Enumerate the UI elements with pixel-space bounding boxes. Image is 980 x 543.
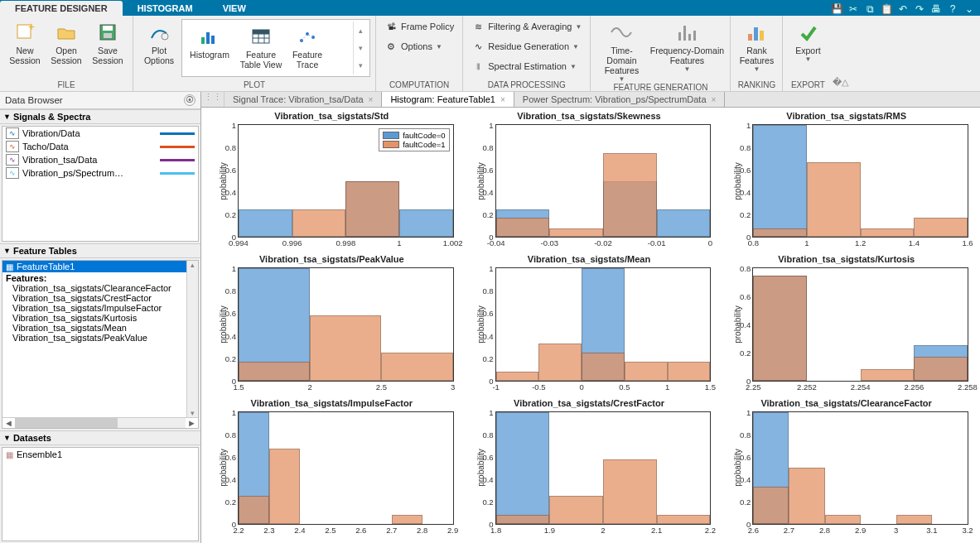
residue-icon: ∿ bbox=[471, 40, 485, 53]
cut-icon[interactable]: ✂ bbox=[846, 2, 861, 16]
undo-icon[interactable]: ↶ bbox=[896, 2, 910, 16]
redo-icon[interactable]: ↷ bbox=[912, 2, 927, 16]
close-icon[interactable]: × bbox=[712, 95, 717, 104]
signal-item[interactable]: ∿Vibration/Data bbox=[2, 127, 198, 140]
plot-area[interactable]: 00.20.40.60.812.22.32.42.52.62.72.82.9 bbox=[238, 411, 454, 525]
plot-area[interactable]: 00.20.40.60.812.62.72.82.933.13.2 bbox=[752, 411, 968, 525]
add-button-icon[interactable]: ⦿ bbox=[184, 94, 196, 106]
feature-item[interactable]: Vibration_tsa_sigstats/ClearanceFactor bbox=[6, 283, 183, 293]
save-icon bbox=[96, 21, 119, 44]
help-icon[interactable]: ? bbox=[945, 2, 960, 16]
histogram-chart-grid: Vibration_tsa_sigstats/Std probability00… bbox=[201, 108, 980, 543]
tab-view[interactable]: VIEW bbox=[208, 1, 261, 16]
doc-tab-handle[interactable]: ⋮⋮ bbox=[201, 92, 224, 107]
dataset-item[interactable]: Ensemble1 bbox=[2, 448, 198, 461]
feature-table-selected[interactable]: FeatureTable1 bbox=[2, 261, 186, 272]
histogram-chart: Vibration_tsa_sigstats/PeakValue probabi… bbox=[203, 252, 461, 396]
doc-tab-histogram[interactable]: Histogram: FeatureTable1× bbox=[382, 92, 514, 107]
feature-item[interactable]: Vibration_tsa_sigstats/Mean bbox=[6, 323, 183, 333]
options-icon: ⚙ bbox=[384, 40, 398, 53]
ribbon-group-computation: 📽 Frame Policy ⚙ Options ▼ COMPUTATION bbox=[376, 16, 463, 91]
signals-list: ∿Vibration/Data∿Tacho/Data∿Vibration_tsa… bbox=[2, 126, 199, 242]
ribbon: + New Session Open Session Save Session … bbox=[0, 16, 980, 92]
svg-rect-24 bbox=[760, 31, 764, 41]
histogram-chart: Vibration_tsa_sigstats/CrestFactor proba… bbox=[461, 396, 718, 540]
close-icon[interactable]: × bbox=[369, 95, 374, 104]
tab-feature-designer[interactable]: FEATURE DESIGNER bbox=[0, 1, 123, 16]
table-icon bbox=[249, 25, 273, 48]
trace-icon bbox=[296, 25, 319, 48]
frame-policy-button[interactable]: 📽 Frame Policy bbox=[381, 17, 457, 36]
plot-area[interactable]: 00.20.40.60.811.81.922.12.2 bbox=[495, 411, 712, 525]
svg-rect-3 bbox=[103, 26, 113, 31]
horizontal-scrollbar[interactable]: ◄► bbox=[2, 417, 198, 428]
frequency-domain-features-button[interactable]: Frequency-Domain Features▼ bbox=[649, 17, 725, 73]
histogram-button[interactable]: Histogram bbox=[184, 22, 235, 74]
save-session-button[interactable]: Save Session bbox=[88, 17, 128, 65]
feature-trace-button[interactable]: Feature Trace bbox=[287, 22, 328, 74]
histogram-chart: Vibration_tsa_sigstats/ImpulseFactor pro… bbox=[203, 396, 461, 540]
content-area: ⋮⋮ Signal Trace: Vibration_tsa/Data× His… bbox=[201, 92, 980, 543]
svg-point-5 bbox=[162, 33, 168, 40]
doc-tab-signal-trace[interactable]: Signal Trace: Vibration_tsa/Data× bbox=[224, 92, 382, 107]
plot-options-button[interactable]: Plot Options bbox=[138, 17, 180, 65]
options-button[interactable]: ⚙ Options ▼ bbox=[381, 37, 457, 55]
plot-area[interactable]: 00.20.40.60.81-1-0.500.511.5 bbox=[495, 267, 712, 381]
plot-gallery: Histogram Feature Table View Feature Tra… bbox=[181, 19, 370, 77]
plot-area[interactable]: 00.20.40.60.81-0.04-0.03-0.02-0.010 bbox=[495, 124, 712, 238]
signal-item[interactable]: ∿Tacho/Data bbox=[2, 140, 198, 153]
print-icon[interactable]: 🖶 bbox=[929, 2, 944, 16]
plot-area[interactable]: 00.20.40.60.811.522.53 bbox=[238, 267, 454, 381]
svg-rect-6 bbox=[201, 37, 205, 44]
spectral-estimation-button[interactable]: ⫴ Spectral Estimation▼ bbox=[468, 57, 585, 75]
signal-item[interactable]: ∿Vibration_ps/Spectrum… bbox=[2, 166, 198, 180]
datasets-header[interactable]: ▼Datasets bbox=[0, 430, 200, 445]
ribbon-collapse-button[interactable]: �△ bbox=[833, 16, 847, 91]
feature-item[interactable]: Vibration_tsa_sigstats/CrestFactor bbox=[6, 293, 183, 303]
time-domain-features-button[interactable]: Time-Domain Features▼ bbox=[596, 17, 647, 83]
quick-access-toolbar: 💾 ✂ ⧉ 📋 ↶ ↷ 🖶 ? ⌄ bbox=[829, 2, 980, 16]
rank-features-button[interactable]: Rank Features▼ bbox=[736, 17, 777, 73]
svg-rect-14 bbox=[253, 30, 269, 34]
dropdown-icon[interactable]: ⌄ bbox=[962, 2, 977, 16]
datasets-list: Ensemble1 bbox=[2, 447, 199, 541]
ribbon-group-ranking: Rank Features▼ RANKING bbox=[731, 16, 783, 91]
svg-rect-19 bbox=[683, 26, 686, 41]
plot-gallery-more[interactable]: ▴▾▾ bbox=[353, 22, 368, 74]
doc-tab-power-spectrum[interactable]: Power Spectrum: Vibration_ps/SpectrumDat… bbox=[514, 92, 726, 107]
plot-options-icon bbox=[147, 21, 171, 44]
signals-spectra-header[interactable]: ▼Signals & Spectra bbox=[0, 109, 200, 124]
tab-histogram[interactable]: HISTOGRAM bbox=[123, 1, 208, 16]
histogram-chart: Vibration_tsa_sigstats/Std probability00… bbox=[203, 109, 461, 252]
ribbon-group-feature-generation: Time-Domain Features▼ Frequency-Domain F… bbox=[591, 16, 731, 91]
histogram-chart: Vibration_tsa_sigstats/Mean probability0… bbox=[461, 252, 718, 396]
feature-item[interactable]: Vibration_tsa_sigstats/Kurtosis bbox=[6, 313, 183, 323]
feature-tables-header[interactable]: ▼Feature Tables bbox=[0, 243, 200, 258]
document-tabs: ⋮⋮ Signal Trace: Vibration_tsa/Data× His… bbox=[201, 92, 980, 108]
vertical-scrollbar[interactable]: ▴▾ bbox=[186, 261, 198, 417]
svg-point-17 bbox=[311, 36, 315, 39]
open-session-button[interactable]: Open Session bbox=[46, 17, 86, 65]
plot-area[interactable]: 00.20.40.60.82.252.2522.2542.2562.258 bbox=[752, 267, 968, 381]
signal-item[interactable]: ∿Vibration_tsa/Data bbox=[2, 153, 198, 166]
filtering-averaging-button[interactable]: ≋ Filtering & Averaging▼ bbox=[468, 17, 585, 36]
svg-rect-20 bbox=[688, 34, 691, 41]
data-browser-panel: Data Browser ⦿ ▼Signals & Spectra ∿Vibra… bbox=[0, 92, 201, 543]
feature-item[interactable]: Vibration_tsa_sigstats/PeakValue bbox=[6, 333, 183, 343]
histogram-chart: Vibration_tsa_sigstats/Kurtosis probabil… bbox=[717, 252, 975, 396]
copy-icon[interactable]: ⧉ bbox=[862, 2, 877, 16]
svg-rect-4 bbox=[104, 33, 112, 38]
export-button[interactable]: Export▼ bbox=[788, 17, 828, 63]
feature-table-view-button[interactable]: Feature Table View bbox=[235, 22, 287, 74]
open-folder-icon bbox=[55, 21, 78, 44]
filter-icon: ≋ bbox=[471, 20, 485, 33]
plot-area[interactable]: 00.20.40.60.810.9940.9960.99811.002fault… bbox=[238, 124, 454, 238]
close-icon[interactable]: × bbox=[500, 95, 505, 104]
paste-icon[interactable]: 📋 bbox=[879, 2, 894, 16]
feature-item[interactable]: Vibration_tsa_sigstats/ImpulseFactor bbox=[6, 303, 183, 313]
save-icon[interactable]: 💾 bbox=[829, 2, 844, 16]
residue-generation-button[interactable]: ∿ Residue Generation▼ bbox=[468, 37, 585, 55]
feature-tables-box: FeatureTable1 Features: Vibration_tsa_si… bbox=[2, 260, 199, 429]
new-session-button[interactable]: + New Session bbox=[5, 17, 45, 65]
plot-area[interactable]: 00.20.40.60.810.811.21.41.6 bbox=[752, 124, 968, 238]
